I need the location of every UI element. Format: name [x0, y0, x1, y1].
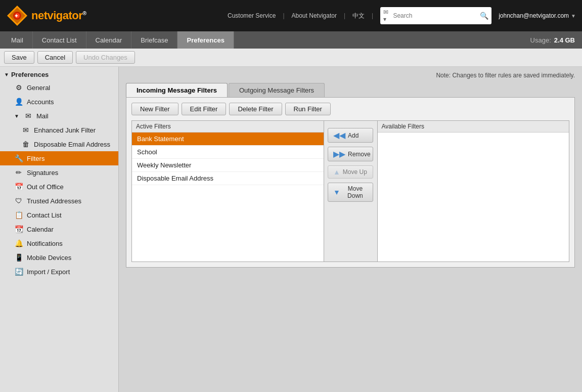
- nav-tab-preferences[interactable]: Preferences: [177, 31, 234, 49]
- dropdown-arrow-icon: ▼: [571, 13, 576, 19]
- note-text: Note: Changes to filter rules are saved …: [436, 72, 575, 79]
- available-filters-panel: Available Filters: [377, 120, 570, 262]
- filter-item[interactable]: Bank Statement: [132, 133, 324, 146]
- new-filter-button[interactable]: New Filter: [131, 103, 178, 115]
- calendar-icon: 📆: [14, 225, 23, 234]
- lang-link[interactable]: 中文: [352, 12, 365, 20]
- search-type-icon: ✉▾: [383, 9, 391, 23]
- save-button[interactable]: Save: [4, 51, 34, 64]
- move-up-icon: ▲: [333, 168, 340, 176]
- customer-service-link[interactable]: Customer Service: [228, 12, 276, 19]
- sidebar-item-calendar[interactable]: 📆Calendar: [0, 222, 118, 236]
- sidebar-item-disposable-email[interactable]: 🗑Disposable Email Address: [0, 137, 118, 151]
- sidebar-item-import-export[interactable]: 🔄Import / Export: [0, 265, 118, 279]
- out-of-office-icon: 📅: [14, 182, 23, 191]
- sidebar-label-accounts: Accounts: [27, 98, 54, 106]
- general-icon: ⚙: [14, 83, 23, 92]
- filter-item[interactable]: Weekly Newsletter: [132, 159, 324, 172]
- nav-tab-mail[interactable]: Mail: [2, 31, 33, 49]
- remove-label: Remove: [348, 151, 371, 158]
- sidebar-label-trusted-addresses: Trusted Addresses: [27, 197, 81, 205]
- delete-filter-button[interactable]: Delete Filter: [229, 103, 282, 115]
- sidebar-item-enhanced-junk[interactable]: ✉Enhanced Junk Filter: [0, 123, 118, 137]
- about-link[interactable]: About Netvigator: [292, 12, 337, 19]
- search-input[interactable]: [393, 12, 480, 19]
- toolbar: Save Cancel Undo Changes: [0, 49, 582, 67]
- logo-icon: ✦: [6, 5, 28, 27]
- filter-item[interactable]: School: [132, 146, 324, 159]
- remove-button[interactable]: ▶▶ Remove: [328, 147, 373, 161]
- cancel-button[interactable]: Cancel: [37, 51, 73, 64]
- note-bar: Note: Changes to filter rules are saved …: [126, 72, 575, 79]
- filter-controls: ◀◀ Add ▶▶ Remove ▲ Move Up ▼ Move Down: [324, 120, 377, 262]
- preferences-section-header[interactable]: ▼ Preferences: [0, 67, 118, 80]
- usage-value: 2.4 GB: [554, 36, 575, 44]
- sidebar-label-out-of-office: Out of Office: [27, 183, 64, 191]
- sidebar-item-accounts[interactable]: 👤Accounts: [0, 95, 118, 109]
- filter-tab-incoming-message-filters[interactable]: Incoming Message Filters: [126, 83, 228, 97]
- move-down-button[interactable]: ▼ Move Down: [328, 183, 373, 202]
- edit-filter-button[interactable]: Edit Filter: [182, 103, 227, 115]
- sidebar-item-filters[interactable]: 🔧Filters: [0, 151, 118, 165]
- sep2: |: [344, 12, 345, 19]
- sidebar-label-mail: Mail: [36, 112, 49, 120]
- sidebar-item-signatures[interactable]: ✏Signatures: [0, 165, 118, 180]
- sidebar-item-notifications[interactable]: 🔔Notifications: [0, 236, 118, 250]
- filter-actions: New Filter Edit Filter Delete Filter Run…: [131, 103, 569, 115]
- navbar-tabs: MailContact ListCalendarBriefcasePrefere…: [2, 31, 234, 49]
- move-down-icon: ▼: [333, 188, 340, 196]
- mail-expand-icon: ▼: [14, 113, 19, 119]
- sidebar-item-contact-list[interactable]: 📋Contact List: [0, 208, 118, 222]
- mobile-devices-icon: 📱: [14, 253, 23, 262]
- enhanced-junk-icon: ✉: [21, 125, 30, 135]
- filter-tabs: Incoming Message FiltersOutgoing Message…: [126, 83, 575, 97]
- sidebar-label-disposable-email: Disposable Email Address: [34, 141, 110, 148]
- navbar-usage: Usage: 2.4 GB: [530, 31, 582, 49]
- sidebar-label-general: General: [27, 84, 50, 92]
- sidebar-item-mobile-devices[interactable]: 📱Mobile Devices: [0, 250, 118, 265]
- sidebar: ▼ Preferences ⚙General👤Accounts▼✉Mail✉En…: [0, 67, 119, 392]
- notifications-icon: 🔔: [14, 239, 23, 248]
- add-button[interactable]: ◀◀ Add: [328, 128, 373, 143]
- sidebar-item-trusted-addresses[interactable]: 🛡Trusted Addresses: [0, 194, 118, 208]
- user-dropdown[interactable]: johnchan@netvigator.com ▼: [499, 12, 576, 19]
- user-email: johnchan@netvigator.com: [499, 12, 569, 19]
- active-filters-list: Bank StatementSchoolWeekly NewsletterDis…: [132, 133, 324, 185]
- add-label: Add: [348, 132, 359, 139]
- sidebar-item-mail[interactable]: ▼✉Mail: [0, 109, 118, 123]
- remove-arrow-icon: ▶▶: [333, 149, 345, 159]
- filter-panel: New Filter Edit Filter Delete Filter Run…: [126, 97, 575, 268]
- svg-text:✦: ✦: [14, 13, 19, 19]
- nav-tab-calendar[interactable]: Calendar: [86, 31, 132, 49]
- mail-icon: ✉: [24, 111, 33, 120]
- logo-text: netvigator®: [31, 9, 86, 22]
- run-filter-button[interactable]: Run Filter: [285, 103, 331, 115]
- active-filters-panel: Active Filters Bank StatementSchoolWeekl…: [131, 120, 324, 262]
- contact-list-icon: 📋: [14, 210, 23, 220]
- trusted-addresses-icon: 🛡: [14, 196, 23, 205]
- topbar: ✦ netvigator® Customer Service | About N…: [0, 0, 582, 31]
- section-arrow-icon: ▼: [4, 72, 9, 77]
- filter-item[interactable]: Disposable Email Address: [132, 172, 324, 185]
- sidebar-item-out-of-office[interactable]: 📅Out of Office: [0, 180, 118, 194]
- navbar: MailContact ListCalendarBriefcasePrefere…: [0, 31, 582, 49]
- sep3: |: [372, 12, 373, 19]
- sidebar-label-calendar: Calendar: [27, 226, 54, 233]
- move-down-label: Move Down: [343, 185, 368, 199]
- search-icon[interactable]: 🔍: [480, 12, 488, 20]
- sidebar-label-notifications: Notifications: [27, 240, 63, 247]
- move-up-label: Move Up: [343, 168, 367, 176]
- logo-vigator: vigator: [48, 9, 83, 22]
- filters-icon: 🔧: [14, 154, 23, 163]
- filter-tab-outgoing-message-filters[interactable]: Outgoing Message Filters: [229, 83, 325, 97]
- sidebar-item-general[interactable]: ⚙General: [0, 80, 118, 95]
- undo-button[interactable]: Undo Changes: [76, 51, 135, 64]
- move-up-button[interactable]: ▲ Move Up: [328, 165, 373, 179]
- main-layout: ▼ Preferences ⚙General👤Accounts▼✉Mail✉En…: [0, 67, 582, 392]
- disposable-email-icon: 🗑: [21, 140, 30, 149]
- nav-tab-briefcase[interactable]: Briefcase: [131, 31, 177, 49]
- sidebar-label-enhanced-junk: Enhanced Junk Filter: [34, 126, 96, 134]
- sidebar-label-filters: Filters: [27, 155, 44, 162]
- active-filters-header: Active Filters: [132, 121, 324, 133]
- nav-tab-contact-list[interactable]: Contact List: [33, 31, 86, 49]
